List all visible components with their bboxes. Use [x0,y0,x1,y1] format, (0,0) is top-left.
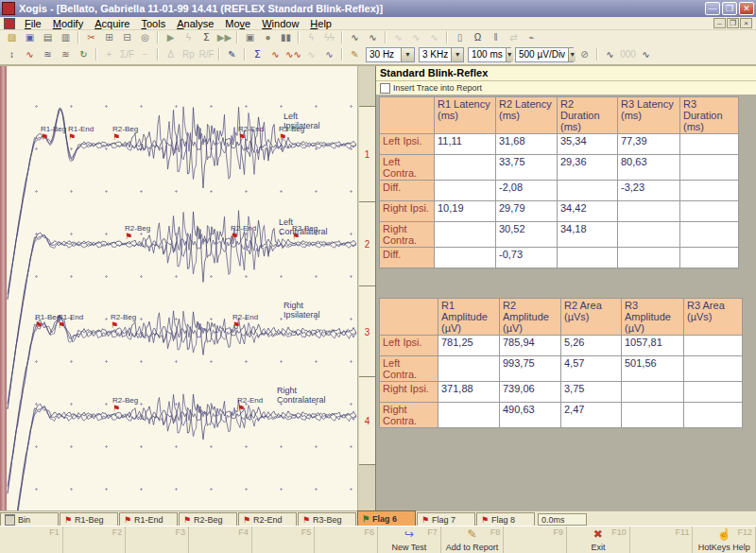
value-cell[interactable]: 34,42 [558,201,618,222]
value-cell[interactable] [558,248,618,268]
mdi-minimize-button[interactable]: – [713,18,726,28]
menu-modify[interactable]: Modify [47,18,89,29]
value-cell[interactable]: 2,47 [561,403,622,428]
value-cell[interactable]: 31,68 [496,134,558,155]
value-cell[interactable] [680,155,739,181]
print-icon[interactable]: ▤ [40,31,56,44]
value-cell[interactable] [680,201,739,222]
fast-forward-icon[interactable]: ▶▶ [216,31,232,44]
value-cell[interactable]: 785,94 [500,336,561,356]
value-cell[interactable] [680,181,739,201]
sum-icon[interactable]: Σ [249,48,266,61]
sweep-time-dropdown[interactable]: 100 ms▼ [468,47,511,62]
marker-flag-r1-end[interactable]: R1-End⚑ [58,313,83,329]
print-preview-icon[interactable]: ▥ [58,31,74,44]
measure-wave-icon[interactable]: ∿ [22,48,38,61]
value-cell[interactable]: 993,75 [500,356,561,382]
value-cell[interactable]: 371,88 [438,382,500,403]
marker-flag-r1-end[interactable]: R1-End⚑ [68,125,94,141]
minimize-button[interactable]: — [705,2,720,15]
marker-flag-r2-beg[interactable]: R2-Beg⚑ [112,125,138,141]
trash-icon[interactable]: ▯ [452,31,468,44]
menu-analyse[interactable]: Analyse [171,18,219,29]
value-cell[interactable]: 34,18 [558,222,618,248]
close-button[interactable]: ✕ [739,2,754,15]
value-cell[interactable] [618,248,680,268]
value-cell[interactable]: 29,79 [496,201,558,222]
value-cell[interactable] [438,403,500,428]
wave-mark-icon[interactable]: ∿ [267,48,284,61]
average-icon[interactable]: Σ [198,31,215,44]
tab-bin[interactable]: Bin [0,512,59,526]
sensitivity-dropdown[interactable]: 500 µV/Div▼ [515,47,574,62]
tab-r2-beg[interactable]: ⚑R2-Beg [179,512,237,526]
value-cell[interactable]: 501,56 [622,356,684,382]
stack-traces-icon[interactable]: ≋ [40,48,56,61]
value-cell[interactable] [435,222,496,248]
menu-file[interactable]: File [19,18,47,29]
trace-number-1[interactable]: 1 [359,106,375,203]
notes-icon[interactable]: ✎ [347,48,363,61]
pause-icon[interactable]: ▮▮ [278,31,294,44]
value-cell[interactable]: 3,75 [561,382,622,403]
value-cell[interactable]: 781,25 [438,336,500,356]
value-cell[interactable]: 29,36 [558,155,618,181]
fkey-f8-add-to-report[interactable]: F8✎Add to Report [441,527,505,553]
value-cell[interactable] [684,382,743,403]
value-cell[interactable] [558,181,618,201]
trace-number-4[interactable]: 4 [359,376,375,465]
block-icon[interactable]: ⊘ [576,48,593,61]
cursor-updown-icon[interactable]: ↕ [4,48,20,61]
histogram-icon[interactable]: ∿ [365,31,381,44]
value-cell[interactable] [435,155,496,181]
fkey-f12-hotkeys-help[interactable]: F12☝HotKeys Help [693,527,756,553]
marker-flag-r2-end[interactable]: R2-End⚑ [237,396,263,412]
value-cell[interactable] [435,181,496,201]
value-cell[interactable]: 80,63 [618,155,680,181]
marker-flag-r2-end[interactable]: R2-End⚑ [238,125,264,141]
marker-flag-r1-beg[interactable]: R1-Beg⚑ [41,125,66,141]
marker-picker-icon[interactable]: ✎ [224,48,240,61]
value-cell[interactable]: -0,73 [496,248,558,268]
trace-number-2[interactable]: 2 [359,201,375,287]
mdi-restore-button[interactable]: ❐ [727,18,739,28]
chevron-down-icon[interactable]: ▼ [401,48,414,61]
probe-icon[interactable]: ⌁ [524,31,540,44]
value-cell[interactable] [680,134,739,155]
store-icon[interactable]: ▣ [242,31,258,44]
wave-right-icon[interactable]: ∿ [638,48,654,61]
marker-flag-r2-end[interactable]: R2-End⚑ [231,224,256,240]
unstack-traces-icon[interactable]: ≋ [58,48,74,61]
insert-trace-checkbox[interactable] [380,83,390,94]
value-cell[interactable]: -3,23 [618,181,680,201]
menu-window[interactable]: Window [256,18,304,29]
marker-flag-r2-end[interactable]: R2-End⚑ [232,313,258,329]
tab-r1-beg[interactable]: ⚑R1-Beg [60,512,118,526]
open-icon[interactable]: ▨ [4,31,20,44]
value-cell[interactable]: -2,08 [496,181,558,201]
marker-flag-r2-beg[interactable]: R2-Beg⚑ [111,313,136,329]
wave-left-icon[interactable]: ∿ [602,48,618,61]
value-cell[interactable] [684,356,743,382]
value-cell[interactable] [680,248,739,268]
value-cell[interactable] [618,201,680,222]
trace-number-3[interactable]: 3 [359,285,375,378]
wave-flags-icon[interactable]: ∿∿ [285,48,301,61]
value-cell[interactable] [680,222,739,248]
impedance-icon[interactable]: Ω [470,31,486,44]
chevron-down-icon[interactable]: ▼ [568,48,576,61]
trend-plot-icon[interactable]: ∿ [347,31,363,44]
value-cell[interactable]: 490,63 [500,403,561,428]
trace-display-area[interactable]: R1-Beg⚑R1-End⚑R2-Beg⚑R2-End⚑R3-Beg⚑Left … [7,66,357,510]
restore-button[interactable]: ❐ [722,2,737,15]
value-cell[interactable] [622,382,684,403]
tab-flag-8[interactable]: ⚑Flag 8 [476,512,535,526]
value-cell[interactable]: 5,26 [561,336,622,356]
tab-r3-beg[interactable]: ⚑R3-Beg [298,512,356,526]
tab-r2-end[interactable]: ⚑R2-End [238,512,297,526]
save-icon[interactable]: ▣ [22,31,38,44]
find-icon[interactable]: ◎ [137,31,153,44]
value-cell[interactable]: 11,11 [435,134,496,155]
value-cell[interactable] [618,222,680,248]
value-cell[interactable]: 739,06 [500,382,561,403]
